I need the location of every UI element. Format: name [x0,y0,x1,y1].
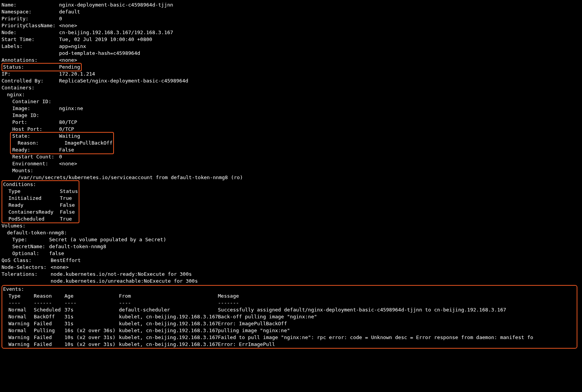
mounts-header: Mounts: [2,167,580,174]
conditions-cols: TypeStatus [3,188,78,195]
event-from: kubelet, cn-beijing.192.168.3.167 [119,327,218,334]
event-message: Back-off pulling image "nginx:ne" [218,313,317,320]
event-message: Failed to pull image "nginx:ne": rpc err… [218,334,533,341]
field-container-id: Container ID: [2,98,580,105]
value: <none> [59,22,77,29]
event-row: NormalScheduled37sdefault-schedulerSucce… [3,306,576,313]
value: node.kubernetes.io/unreachable:NoExecute… [51,278,198,285]
field-labels-2: pod-template-hash=c4598964d [2,50,580,57]
value: 80/TCP [59,119,77,126]
volume-name: default-token-nnmg8: [2,229,580,236]
events-dashes: ---- ------ ---- ---- ------- [3,300,576,306]
event-age: 10s (x2 over 31s) [64,334,119,341]
value: <none> [59,160,77,167]
label: State: [12,133,59,140]
value: nginx-deployment-basic-c4598964d-tjjnn [59,2,173,8]
event-reason: Failed [34,334,64,341]
label: Environment: [12,160,59,167]
field-namespace: Namespace:default [2,8,580,15]
label: Container ID: [12,98,59,105]
col-age: Age [64,293,119,300]
label: Tolerations: [2,271,51,278]
cond-type: PodScheduled [8,216,60,222]
label: Controlled By: [2,77,59,84]
terminal-output: Name:nginx-deployment-basic-c4598964d-tj… [2,2,580,349]
event-type: Normal [8,306,34,313]
label: Image ID: [12,112,59,119]
dash: ---- [119,300,218,306]
field-node-selectors: Node-Selectors:<none> [2,264,580,271]
field-priority: Priority:0 [2,15,580,22]
event-reason: BackOff [34,313,64,320]
highlight-status: Status:Pending [2,63,82,71]
field-image: Image:nginx:ne [2,105,580,112]
condition-row: InitializedTrue [3,195,78,202]
label: Namespace: [2,8,59,15]
field-restart-count: Restart Count:0 [2,153,580,160]
value: app=nginx [59,43,86,50]
col-msg: Message [218,293,239,300]
cond-type: ContainersReady [8,209,60,216]
value: ImagePullBackOff [64,140,112,147]
label: Optional: [12,250,49,257]
label: Reason: [12,140,64,147]
dash: ------- [218,300,239,306]
event-reason: Pulling [34,327,64,334]
label: Type: [12,236,49,243]
cond-type: Initialized [8,195,60,202]
event-type: Warning [8,341,34,348]
value: Tue, 02 Jul 2019 10:00:40 +0800 [59,36,152,43]
event-type: Normal [8,327,34,334]
field-state: State:Waiting [12,133,112,140]
value: <none> [51,264,69,271]
value: Waiting [59,133,80,140]
volume-optional: Optional:false [2,250,580,257]
label: Ready: [12,147,59,153]
label: Name: [2,2,59,8]
cond-status: True [60,195,72,202]
col-from: From [119,293,218,300]
event-row: WarningFailed10s (x2 over 31s)kubelet, c… [3,341,576,348]
value: Secret (a volume populated by a Secret) [49,236,166,243]
event-from: kubelet, cn-beijing.192.168.3.167 [119,313,218,320]
event-message: Error: ImagePullBackOff [218,320,287,327]
label: Labels: [2,43,59,50]
conditions-header: Conditions: [3,181,78,188]
value: Pending [59,64,80,71]
field-node: Node:cn-beijing.192.168.3.167/192.168.3.… [2,29,580,36]
volume-type: Type:Secret (a volume populated by a Sec… [2,236,580,243]
field-status: Status:Pending [3,64,80,71]
event-age: 31s [64,320,119,327]
label: IP: [2,71,59,77]
col-reason: Reason [34,293,64,300]
event-message: Error: ErrImagePull [218,341,275,348]
volumes-header: Volumes: [2,222,580,229]
field-tolerations: Tolerations:node.kubernetes.io/not-ready… [2,271,580,278]
condition-row: ContainersReadyFalse [3,209,78,216]
value: 0 [59,153,62,160]
value: default [59,8,80,15]
containers-header: Containers: [2,84,580,91]
condition-row: PodScheduledTrue [3,216,78,222]
field-ip: IP:172.20.1.214 [2,71,580,77]
event-from: kubelet, cn-beijing.192.168.3.167 [119,341,218,348]
event-type: Warning [8,320,34,327]
col-status: Status [60,188,78,195]
field-controlled-by: Controlled By:ReplicaSet/nginx-deploymen… [2,77,580,84]
dash: ------ [34,300,64,306]
events-cols: Type Reason Age From Message [3,293,576,300]
label: Node: [2,29,59,36]
value: pod-template-hash=c4598964d [59,50,140,57]
event-type: Warning [8,334,34,341]
field-ready: Ready:False [12,147,112,153]
event-reason: Failed [34,341,64,348]
value: cn-beijing.192.168.3.167/192.168.3.167 [59,29,173,36]
event-age: 10s (x2 over 31s) [64,341,119,348]
field-tolerations-2: node.kubernetes.io/unreachable:NoExecute… [2,278,580,285]
label: Node-Selectors: [2,264,51,271]
value: 0 [59,15,62,22]
mount-path: /var/run/secrets/kubernetes.io/serviceac… [2,174,580,181]
label [2,50,59,57]
cond-status: True [60,216,72,222]
highlight-conditions: Conditions: TypeStatus InitializedTrue R… [2,180,79,223]
